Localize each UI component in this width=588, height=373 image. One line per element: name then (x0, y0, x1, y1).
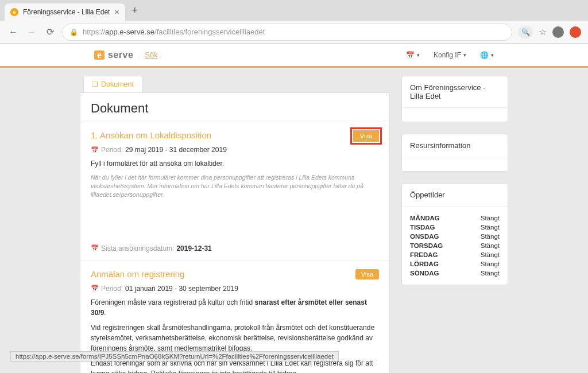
hours-body: MÅNDAGStängt TISDAGStängt ONSDAGStängt T… (402, 207, 508, 285)
chevron-down-icon: ▾ (463, 52, 466, 58)
back-button[interactable]: ← (7, 27, 20, 37)
visa-button[interactable]: Visa (353, 130, 379, 142)
reload-button[interactable]: ⟳ (44, 26, 56, 37)
forward-button[interactable]: → (25, 27, 38, 37)
tab-label: Dokument (101, 80, 134, 88)
deadline-label: Sista ansökningsdatum: (101, 244, 174, 252)
calendar-menu[interactable]: 📅 ▾ (406, 51, 420, 59)
document-description-2: Vid registreringen skall årsmöteshandlin… (91, 323, 379, 353)
about-panel: Om Föreningsservice - Lilla Edet (401, 76, 508, 122)
hours-row: LÖRDAGStängt (410, 259, 500, 269)
resource-title: Resursinformation (402, 134, 508, 157)
close-tab-button[interactable]: × (114, 8, 119, 16)
period-value: 29 maj 2019 - 31 december 2019 (125, 146, 227, 154)
document-item: 1. Ansökan om Lokaldisposition Visa 📅 Pe… (80, 122, 389, 261)
tab-title: Föreningsservice - Lilla Edet (23, 8, 110, 16)
address-bar[interactable]: 🔒 https://app.e-serve.se/facilities/fore… (62, 24, 512, 41)
logo-mark-icon: e (94, 50, 105, 60)
visa-button[interactable]: Visa (355, 269, 379, 279)
document-title[interactable]: Anmälan om registrering (91, 269, 184, 279)
hours-row: TORSDAGStängt (410, 241, 500, 250)
hours-row: SÖNDAGStängt (410, 269, 500, 278)
stack-icon: ❏ (92, 80, 98, 88)
page-title: Dokument (80, 93, 389, 122)
about-title: Om Föreningsservice - Lilla Edet (402, 76, 508, 108)
status-bar: https://app.e-serve.se/forms/IPJ5SSh5cmP… (10, 351, 339, 362)
browser-tab[interactable]: e Föreningsservice - Lilla Edet × (5, 3, 125, 21)
calendar-icon: 📅 (91, 285, 99, 292)
toolbar: ← → ⟳ 🔒 https://app.e-serve.se/facilitie… (0, 21, 588, 44)
hours-title: Öppettider (402, 184, 508, 207)
hours-row: MÅNDAGStängt (410, 213, 500, 223)
privacy-note: När du fyller i det här formuläret komme… (91, 173, 379, 200)
globe-menu[interactable]: 🌐 ▾ (480, 51, 494, 59)
new-tab-button[interactable]: + (129, 5, 142, 17)
hours-row: FREDAGStängt (410, 250, 500, 259)
period-value: 01 januari 2019 - 30 september 2019 (125, 285, 238, 293)
calendar-icon: 📅 (406, 51, 415, 59)
hours-row: ONSDAGStängt (410, 232, 500, 241)
chevron-down-icon: ▾ (491, 52, 494, 58)
period-label: Period: (101, 285, 123, 293)
hours-row: TISDAGStängt (410, 223, 500, 232)
account-label: Konfig IF (434, 51, 461, 59)
lock-icon: 🔒 (69, 28, 78, 36)
toolbar-right: 🔍 ☆ (518, 26, 581, 38)
documents-panel: Dokument 1. Ansökan om Lokaldisposition … (80, 92, 390, 373)
document-title[interactable]: 1. Ansökan om Lokaldisposition (91, 130, 211, 140)
resource-body (402, 157, 508, 171)
logo[interactable]: e serve (94, 50, 133, 60)
omnibox-search-icon[interactable]: 🔍 (518, 26, 533, 38)
calendar-icon: 📅 (91, 146, 99, 154)
url-prefix: https:// (83, 28, 105, 36)
logo-text: serve (108, 50, 133, 60)
period-label: Period: (101, 146, 123, 154)
browser-chrome: e Föreningsservice - Lilla Edet × + ← → … (0, 0, 588, 44)
app-header: e serve Sök 📅 ▾ Konfig IF ▾ 🌐 ▾ (0, 44, 588, 68)
profile-icon[interactable] (552, 26, 564, 38)
chevron-down-icon: ▾ (417, 52, 420, 58)
document-description: Fyll i formuläret för att ansöka om loka… (91, 158, 379, 169)
url-host: app.e-serve.se (105, 28, 154, 36)
document-description: Föreningen måste vara registrerad på kul… (91, 297, 379, 318)
favicon-icon: e (10, 8, 18, 16)
resource-panel: Resursinformation (401, 134, 508, 172)
calendar-icon: 📅 (91, 244, 99, 252)
deadline-value: 2019-12-31 (176, 244, 211, 252)
url-path: /facilities/foreningsservicelillaedet (154, 28, 265, 36)
tab-dokument[interactable]: ❏ Dokument (83, 76, 142, 92)
hours-panel: Öppettider MÅNDAGStängt TISDAGStängt ONS… (401, 183, 508, 285)
bookmark-star-icon[interactable]: ☆ (539, 26, 547, 37)
account-menu[interactable]: Konfig IF ▾ (434, 51, 466, 59)
search-link[interactable]: Sök (145, 50, 157, 59)
tab-strip: e Föreningsservice - Lilla Edet × + (0, 0, 588, 21)
globe-icon: 🌐 (480, 51, 489, 59)
extension-icon[interactable] (570, 26, 581, 38)
about-body (402, 108, 508, 122)
